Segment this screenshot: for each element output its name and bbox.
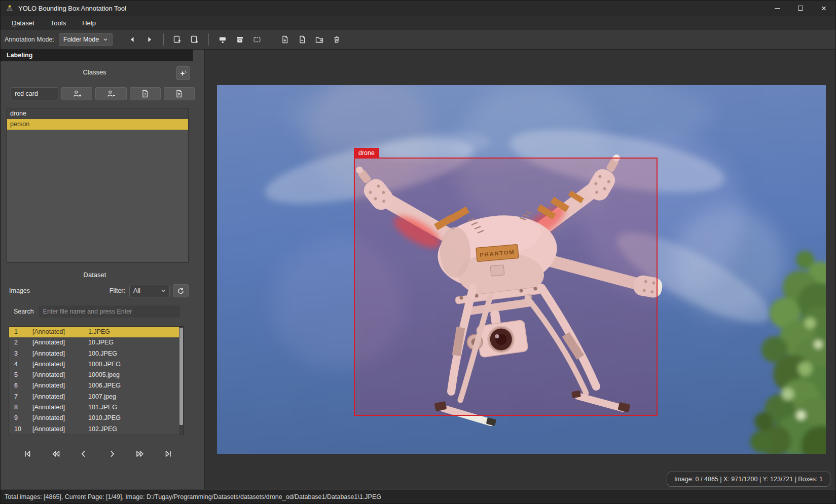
images-label: Images [9,287,30,294]
image-list-item[interactable]: 10[Annotated]102.JPEG [9,424,179,435]
filter-value: All [133,287,161,294]
image-list-item[interactable]: 6[Annotated]1006.JPEG [9,380,179,391]
box-arrow-down-icon [190,35,199,44]
open-folder-button[interactable] [311,32,328,47]
file-plus-icon [280,35,289,44]
arrow-left-icon [128,35,136,44]
close-button[interactable]: × [812,1,835,16]
class-name-input[interactable] [11,87,58,100]
auto-annotate-button[interactable] [176,66,190,80]
image-list-item[interactable]: 5[Annotated]10005.jpeg [9,370,179,380]
menu-dataset[interactable]: Dataset [4,16,43,30]
remove-file-button[interactable] [294,32,311,47]
panel-title: Labeling [1,50,193,61]
first-page-icon [22,449,32,459]
search-input[interactable] [39,305,180,318]
toolbar: Annotation Mode: Folder Mode [1,30,835,50]
chevron-right-icon [107,449,117,459]
next-image-button[interactable] [141,32,158,47]
image-list-scrollbar[interactable] [179,327,184,435]
image-viewport[interactable]: PHANTOM [217,85,826,454]
class-list: droneperson [7,108,189,263]
image-list-item[interactable]: 2[Annotated]10.JPEG [9,337,179,348]
prev-image-button[interactable] [124,32,141,47]
search-label: Search [14,308,34,315]
toolbar-separator [208,33,209,46]
app-icon [6,4,14,12]
file-question-icon: ? [140,89,150,98]
box-arrow-up-icon [173,35,182,44]
class-item[interactable]: person [7,119,188,130]
add-file-button[interactable] [276,32,294,47]
minimize-icon [775,8,780,9]
export-classes-button[interactable] [164,87,195,100]
last-page-button[interactable] [162,447,175,460]
menu-help[interactable]: Help [74,16,104,30]
bounding-box-label: drone [354,148,379,159]
cursor-status: Image: 0 / 4865 | X: 971/1200 | Y: 123/7… [667,472,830,487]
image-list-item[interactable]: 4[Annotated]1000.JPEG [9,359,179,370]
refresh-icon [177,287,185,295]
folder-up-icon [315,35,324,44]
close-icon: × [821,4,826,13]
import-box-button[interactable] [186,32,203,47]
show-labels-button[interactable] [214,32,231,47]
image-list-item[interactable]: 3[Annotated]100.JPEG [9,348,179,359]
pagination [21,447,175,460]
labeling-sidebar: Labeling Classes ? droneperson Dataset I… [1,50,205,489]
prev-page-button[interactable] [77,447,90,460]
app-window: YOLO Bounding Box Annotation Tool × Data… [0,0,836,504]
rewind-button[interactable] [49,447,62,460]
refresh-button[interactable] [173,284,189,297]
add-class-button[interactable] [61,87,92,100]
first-page-button[interactable] [21,447,34,460]
forward-button[interactable] [133,447,147,460]
delete-button[interactable] [328,32,345,47]
annotation-canvas[interactable]: PHANTOM [205,50,835,489]
marquee-button[interactable] [248,32,266,47]
export-box-button[interactable] [169,32,186,47]
maximize-button[interactable] [789,1,812,16]
maximize-icon [798,6,803,11]
dashed-box-icon [252,35,262,44]
file-text-icon [174,89,184,98]
next-page-button[interactable] [105,447,119,460]
menubar: Dataset Tools Help [1,16,835,30]
minimize-button[interactable] [766,1,789,16]
chevron-down-icon [161,288,166,293]
class-item[interactable]: drone [7,108,188,119]
toolbar-separator [271,33,271,46]
toolbar-separator [163,33,164,46]
archive-box-icon [235,35,244,44]
bounding-box[interactable]: drone [354,158,658,416]
arrow-right-icon [146,35,154,44]
filter-label: Filter: [110,287,125,294]
label-display-icon [218,35,227,44]
archive-button[interactable] [231,32,248,47]
last-page-icon [163,449,173,459]
menu-tools[interactable]: Tools [43,16,74,30]
image-list-item[interactable]: 1[Annotated]1.JPEG [9,327,179,337]
file-minus-icon [298,35,307,44]
person-minus-icon [106,89,116,98]
chevron-left-icon [79,449,89,459]
dataset-section-title: Dataset [1,271,189,279]
titlebar: YOLO Bounding Box Annotation Tool × [1,1,835,16]
statusbar: Total images: [4865], Current Page: [1/4… [1,489,835,503]
annotation-mode-value: Folder Mode [63,36,99,43]
sparkles-icon [179,69,187,77]
rewind-icon [51,449,61,459]
window-title: YOLO Bounding Box Annotation Tool [18,5,126,12]
scrollbar-thumb[interactable] [179,328,183,425]
image-list-item[interactable]: 9[Annotated]1010.JPEG [9,413,179,423]
remove-class-button[interactable] [95,87,126,100]
import-classes-button[interactable]: ? [130,87,161,100]
image-list-item[interactable]: 8[Annotated]101.JPEG [9,402,179,413]
annotation-mode-select[interactable]: Folder Mode [59,33,113,46]
fast-forward-icon [135,449,145,459]
image-list-item[interactable]: 7[Annotated]1007.jpeg [9,392,179,402]
trash-icon [332,35,341,44]
filter-select[interactable]: All [129,285,170,297]
annotation-mode-label: Annotation Mode: [5,36,54,43]
image-list: 1[Annotated]1.JPEG2[Annotated]10.JPEG3[A… [9,327,179,435]
